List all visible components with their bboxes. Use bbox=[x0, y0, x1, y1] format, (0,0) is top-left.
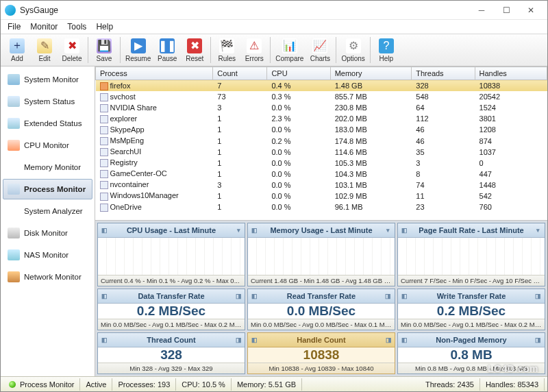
panel-menu-icon[interactable]: ◧ bbox=[249, 225, 259, 235]
panel-menu-icon[interactable]: ◧ bbox=[99, 335, 109, 345]
process-table: ProcessCountCPUMemoryThreadsHandles fire… bbox=[95, 66, 547, 212]
table-row[interactable]: Registry10.0 %105.3 MB30 bbox=[96, 158, 547, 169]
status-cpu: CPU: 10.5 % bbox=[176, 378, 232, 391]
panel-read-transfer-rate[interactable]: ◧Read Transfer Rate◨0.0 MB/SecMin 0.0 MB… bbox=[247, 289, 395, 330]
col-threads[interactable]: Threads bbox=[412, 67, 475, 80]
menu-tools[interactable]: Tools bbox=[63, 21, 90, 33]
panel-menu-icon[interactable]: ◧ bbox=[249, 335, 259, 345]
cell: SearchUI bbox=[96, 147, 213, 158]
errors-button[interactable]: ⚠Errors bbox=[240, 35, 268, 65]
panel-menu-icon[interactable]: ◧ bbox=[399, 335, 409, 345]
cell: 46 bbox=[412, 135, 475, 146]
save-button[interactable]: 💾Save bbox=[90, 35, 118, 65]
sidebar-item-cpu-monitor[interactable]: CPU Monitor bbox=[3, 135, 92, 156]
panel-action-icon[interactable]: ◨ bbox=[534, 291, 543, 301]
sidebar-item-network-monitor[interactable]: Network Monitor bbox=[3, 267, 92, 287]
cell: 11 bbox=[412, 191, 475, 201]
sidebar-item-process-monitor[interactable]: Process Monitor bbox=[3, 179, 92, 199]
sidebar-item-disk-monitor[interactable]: Disk Monitor bbox=[3, 223, 92, 243]
col-cpu[interactable]: CPU bbox=[267, 67, 330, 80]
cell: 102.9 MB bbox=[330, 191, 412, 201]
options-button[interactable]: ⚙Options bbox=[338, 35, 367, 65]
panel-title: Data Transfer Rate bbox=[138, 292, 204, 300]
table-row[interactable]: GameCenter-OC10.0 %104.3 MB8447 bbox=[96, 169, 547, 180]
sidebar-item-system-analyzer[interactable]: System Analyzer bbox=[3, 201, 92, 221]
table-row[interactable]: firefox70.4 %1.48 GB32810838 bbox=[96, 80, 547, 92]
process-icon bbox=[100, 126, 108, 134]
panel-data-transfer-rate[interactable]: ◧Data Transfer Rate◨0.2 MB/SecMin 0.0 MB… bbox=[97, 289, 245, 330]
panel-page-fault-rate-last-minute[interactable]: ◧Page Fault Rate - Last Minute▾Current 7… bbox=[397, 223, 545, 286]
del-button[interactable]: ✖Delete bbox=[58, 35, 86, 65]
panel-non-paged-memory[interactable]: ◧Non-Paged Memory◨0.8 MBMin 0.8 MB - Avg… bbox=[397, 332, 545, 374]
panel-title: CPU Usage - Last Minute bbox=[127, 226, 216, 234]
sidebar-item-nas-monitor[interactable]: NAS Monitor bbox=[3, 245, 92, 265]
panel-action-icon[interactable]: ◨ bbox=[384, 291, 393, 301]
panel-write-transfer-rate[interactable]: ◧Write Transfer Rate◨0.2 MB/SecMin 0.0 M… bbox=[397, 289, 545, 330]
sidebar-item-system-monitor[interactable]: System Monitor bbox=[3, 69, 92, 90]
panel-action-icon[interactable]: ◨ bbox=[534, 335, 543, 345]
menu-help[interactable]: Help bbox=[92, 21, 117, 33]
chevron-down-icon[interactable]: ▾ bbox=[534, 225, 543, 235]
toolbar-label: Rules bbox=[218, 55, 236, 62]
cell: 1 bbox=[213, 124, 267, 135]
process-icon bbox=[100, 181, 108, 189]
edit-button[interactable]: ✎Edit bbox=[31, 35, 58, 65]
table-row[interactable]: explorer12.3 %202.0 MB1123801 bbox=[96, 113, 547, 124]
toolbar-label: Help bbox=[379, 55, 394, 62]
chevron-down-icon[interactable]: ▾ bbox=[384, 225, 393, 235]
rules-button[interactable]: 🏁Rules bbox=[213, 35, 240, 65]
table-row[interactable]: SearchUI10.0 %114.6 MB351037 bbox=[96, 147, 547, 158]
menu-file[interactable]: File bbox=[3, 21, 25, 33]
panel-action-icon[interactable]: ◨ bbox=[384, 335, 393, 345]
panel-menu-icon[interactable]: ◧ bbox=[399, 291, 409, 301]
panel-action-icon[interactable]: ◨ bbox=[234, 291, 243, 301]
cell: 1448 bbox=[475, 180, 547, 191]
help-button[interactable]: ?Help bbox=[373, 35, 400, 65]
compare-button[interactable]: 📊Compare bbox=[273, 35, 306, 65]
table-row[interactable]: SkypeApp10.0 %183.0 MB461208 bbox=[96, 124, 547, 135]
charts-button[interactable]: 📈Charts bbox=[306, 35, 334, 65]
panel-menu-icon[interactable]: ◧ bbox=[249, 291, 259, 301]
panel-menu-icon[interactable]: ◧ bbox=[99, 291, 109, 301]
cell: 7 bbox=[213, 80, 267, 92]
pause-button[interactable]: ❚❚Pause bbox=[153, 35, 181, 65]
sidebar-item-system-status[interactable]: System Status bbox=[3, 91, 92, 112]
toolbar-separator bbox=[270, 37, 271, 63]
menu-monitor[interactable]: Monitor bbox=[26, 21, 62, 33]
panel-title: Page Fault Rate - Last Minute bbox=[419, 226, 523, 234]
resume-button[interactable]: ▶Resume bbox=[123, 35, 153, 65]
toolbar-separator bbox=[120, 37, 121, 63]
panel-memory-usage-last-minute[interactable]: ◧Memory Usage - Last Minute▾Current 1.48… bbox=[247, 223, 395, 286]
sidebar-item-memory-monitor[interactable]: Memory Monitor bbox=[3, 157, 92, 177]
cell: 2.3 % bbox=[267, 113, 330, 124]
close-button[interactable]: ✕ bbox=[519, 3, 543, 18]
panel-action-icon[interactable]: ◨ bbox=[234, 335, 243, 345]
panel-footer: Min 0.0 MB/Sec - Avg 0.0 MB/Sec - Max 0.… bbox=[248, 319, 395, 330]
panel-cpu-usage-last-minute[interactable]: ◧CPU Usage - Last Minute▾Current 0.4 % -… bbox=[97, 223, 245, 286]
maximize-button[interactable]: ☐ bbox=[494, 3, 519, 18]
panel-menu-icon[interactable]: ◧ bbox=[399, 225, 409, 235]
minimize-button[interactable]: ─ bbox=[469, 3, 494, 18]
table-row[interactable]: Windows10Manager10.0 %102.9 MB11542 bbox=[96, 191, 547, 201]
table-row[interactable]: MsMpEng10.2 %174.8 MB46874 bbox=[96, 135, 547, 146]
panel-footer: Min 328 - Avg 329 - Max 329 bbox=[98, 363, 245, 373]
panel-thread-count[interactable]: ◧Thread Count◨328Min 328 - Avg 329 - Max… bbox=[97, 332, 245, 374]
sidebar-icon bbox=[8, 184, 20, 195]
chevron-down-icon[interactable]: ▾ bbox=[234, 225, 243, 235]
table-row[interactable]: svchost730.3 %855.7 MB54820542 bbox=[96, 91, 547, 102]
panel-menu-icon[interactable]: ◧ bbox=[99, 225, 109, 235]
panel-footer: Min 10838 - Avg 10839 - Max 10840 bbox=[248, 363, 395, 373]
add-button[interactable]: ＋Add bbox=[3, 35, 31, 65]
col-process[interactable]: Process bbox=[96, 67, 213, 80]
table-row[interactable]: OneDrive10.0 %96.1 MB23760 bbox=[96, 201, 547, 212]
table-row[interactable]: NVIDIA Share30.0 %230.8 MB641524 bbox=[96, 102, 547, 113]
col-memory[interactable]: Memory bbox=[330, 67, 412, 80]
toolbar-label: Options bbox=[341, 55, 364, 62]
reset-button[interactable]: ✖Reset bbox=[181, 35, 208, 65]
col-count[interactable]: Count bbox=[213, 67, 267, 80]
panel-value: 328 bbox=[98, 347, 245, 363]
panel-handle-count[interactable]: ◧Handle Count◨10838Min 10838 - Avg 10839… bbox=[247, 332, 395, 374]
sidebar-item-extended-status[interactable]: Extended Status bbox=[3, 113, 92, 134]
table-row[interactable]: nvcontainer30.0 %103.1 MB741448 bbox=[96, 180, 547, 191]
col-handles[interactable]: Handles bbox=[475, 67, 547, 80]
